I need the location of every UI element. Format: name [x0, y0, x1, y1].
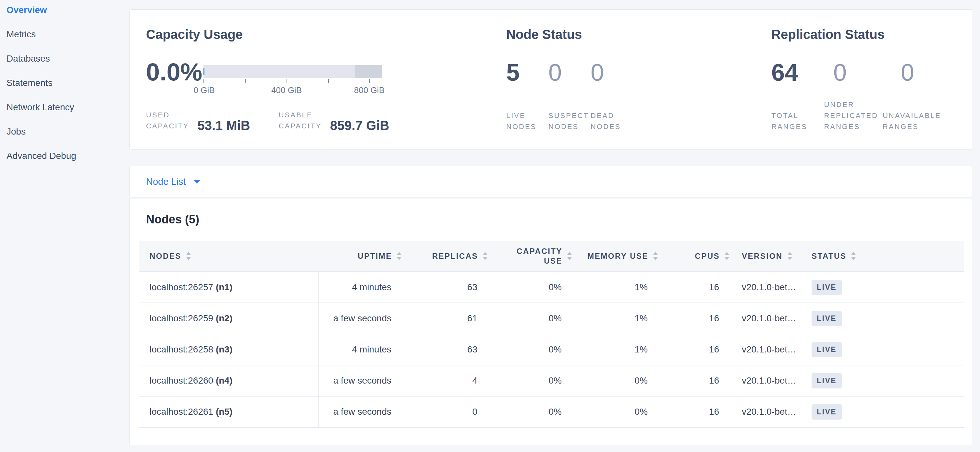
node-address[interactable]: localhost:26261	[150, 407, 213, 417]
uptime-cell: a few seconds	[318, 303, 391, 334]
capacity-bar-track	[204, 65, 382, 78]
node-address[interactable]: localhost:26258	[150, 344, 213, 354]
node-id: (n2)	[216, 313, 232, 323]
dead-nodes-label: DEAD NODES	[590, 110, 633, 132]
dead-nodes-value: 0	[590, 60, 633, 86]
capacity-axis-labels: 0 GiB 400 GiB 800 GiB	[204, 85, 370, 95]
capacity-bar-reserved-segment	[355, 65, 382, 78]
sidebar-item-advanced-debug[interactable]: Advanced Debug	[6, 151, 129, 161]
under-replicated-ranges-value: 0	[833, 60, 901, 86]
node-id: (n5)	[216, 407, 232, 417]
status-badge: LIVE	[811, 342, 842, 357]
used-capacity-stat: USED CAPACITY 53.1 MiB	[146, 109, 250, 132]
column-header-cpus[interactable]: CPUS	[648, 241, 719, 272]
column-header-nodes[interactable]: NODES	[139, 241, 318, 272]
nodes-table-card: Nodes (5) NODES UPTIME REPLICAS	[129, 198, 973, 445]
capacity-stats: USED CAPACITY 53.1 MiB USABLE CAPACITY 8…	[146, 109, 389, 132]
status-badge: LIVE	[811, 311, 842, 326]
cluster-summary-card: Capacity Usage 0.0% 0 GiB 400 GiB 800 Gi…	[129, 10, 973, 149]
capacity-percent: 0.0%	[146, 59, 202, 85]
memory-use-cell: 1%	[562, 303, 648, 334]
node-status-labels: LIVE NODES SUSPECT NODES DEAD NODES	[506, 99, 633, 132]
sort-icon	[567, 252, 572, 260]
version-cell: v20.1.0-bet…	[719, 365, 811, 396]
sort-icon	[724, 252, 729, 260]
sort-icon	[482, 252, 488, 260]
column-header-uptime[interactable]: UPTIME	[318, 241, 391, 272]
axis-label-400gib: 400 GiB	[271, 85, 302, 95]
uptime-cell: a few seconds	[318, 396, 391, 427]
used-capacity-value: 53.1 MiB	[197, 119, 250, 132]
node-list-dropdown-label[interactable]: Node List	[146, 176, 186, 187]
usable-capacity-stat: USABLE CAPACITY 859.7 GiB	[279, 109, 390, 132]
sort-icon	[186, 252, 191, 260]
replicas-cell: 61	[391, 303, 477, 334]
replicas-cell: 63	[391, 272, 477, 303]
sidebar-item-jobs[interactable]: Jobs	[6, 127, 129, 136]
column-header-status[interactable]: STATUS	[811, 241, 964, 272]
cluster-overview-page: Overview Metrics Databases Statements Ne…	[0, 0, 980, 452]
memory-use-cell: 1%	[562, 334, 648, 365]
capacity-use-cell: 0%	[477, 272, 562, 303]
node-address[interactable]: localhost:26260	[150, 376, 213, 385]
uptime-cell: 4 minutes	[318, 334, 391, 365]
node-id: (n3)	[216, 344, 232, 354]
cpus-cell: 16	[648, 272, 719, 303]
table-header-row: NODES UPTIME REPLICAS CAPACITY USE MEMOR…	[139, 241, 964, 272]
capacity-usage-title: Capacity Usage	[146, 27, 243, 42]
node-status-title: Node Status	[506, 27, 582, 42]
cpus-cell: 16	[648, 334, 719, 365]
replication-status-title: Replication Status	[772, 27, 885, 42]
table-row-n2[interactable]: localhost:26259 (n2) a few seconds 61 0%…	[139, 303, 964, 334]
table-row-n3[interactable]: localhost:26258 (n3) 4 minutes 63 0% 1% …	[139, 334, 964, 365]
sort-icon	[396, 252, 402, 260]
nodes-table: NODES UPTIME REPLICAS CAPACITY USE MEMOR…	[139, 241, 964, 428]
sort-icon	[787, 252, 792, 260]
suspect-nodes-value: 0	[549, 60, 590, 86]
node-address[interactable]: localhost:26257	[150, 282, 213, 292]
sort-icon	[851, 252, 856, 260]
live-nodes-label: LIVE NODES	[506, 110, 549, 132]
table-row-n1[interactable]: localhost:26257 (n1) 4 minutes 63 0% 1% …	[139, 272, 964, 303]
status-badge: LIVE	[811, 280, 842, 295]
uptime-cell: a few seconds	[318, 365, 391, 396]
capacity-use-cell: 0%	[477, 365, 562, 396]
node-id: (n1)	[216, 282, 232, 292]
sidebar-item-overview[interactable]: Overview	[6, 5, 129, 15]
nodes-table-title: Nodes (5)	[146, 213, 199, 226]
capacity-use-cell: 0%	[477, 303, 562, 334]
cpus-cell: 16	[648, 365, 719, 396]
replicas-cell: 4	[391, 365, 477, 396]
sidebar-item-databases[interactable]: Databases	[6, 54, 129, 63]
replication-status-section: Replication Status 64 0 0 TOTAL RANGES U…	[772, 10, 969, 149]
node-list-dropdown[interactable]: Node List	[130, 167, 972, 197]
capacity-use-cell: 0%	[477, 334, 562, 365]
memory-use-cell: 0%	[562, 396, 648, 427]
column-header-replicas[interactable]: REPLICAS	[391, 241, 477, 272]
under-replicated-ranges-label: UNDER-REPLICATED RANGES	[824, 99, 883, 132]
node-address[interactable]: localhost:26259	[150, 313, 213, 323]
table-row-n5[interactable]: localhost:26261 (n5) a few seconds 0 0% …	[139, 396, 964, 427]
table-row-n4[interactable]: localhost:26260 (n4) a few seconds 4 0% …	[139, 365, 964, 396]
view-selector-card: Node List	[129, 166, 973, 197]
column-header-version[interactable]: VERSION	[719, 241, 811, 272]
column-header-capacity-use[interactable]: CAPACITY USE	[477, 241, 562, 272]
status-badge: LIVE	[811, 404, 842, 420]
cpus-cell: 16	[648, 303, 719, 334]
sidebar-item-metrics[interactable]: Metrics	[6, 30, 129, 39]
node-status-section: Node Status 5 0 0 LIVE NODES SUSPECT NOD…	[506, 10, 759, 149]
version-cell: v20.1.0-bet…	[719, 396, 811, 427]
capacity-axis-ticks	[204, 79, 370, 83]
usable-capacity-label: USABLE CAPACITY	[279, 109, 321, 132]
total-ranges-value: 64	[772, 60, 833, 86]
sidebar-item-network-latency[interactable]: Network Latency	[6, 103, 129, 112]
uptime-cell: 4 minutes	[318, 272, 391, 303]
sidebar: Overview Metrics Databases Statements Ne…	[0, 0, 129, 175]
axis-label-800gib: 800 GiB	[354, 85, 385, 95]
chevron-down-icon	[194, 180, 200, 184]
usable-capacity-value: 859.7 GiB	[330, 119, 389, 132]
column-header-memory-use[interactable]: MEMORY USE	[562, 241, 648, 272]
sidebar-item-statements[interactable]: Statements	[6, 78, 129, 88]
replication-labels: TOTAL RANGES UNDER-REPLICATED RANGES UNA…	[772, 99, 969, 132]
cpus-cell: 16	[648, 396, 719, 427]
